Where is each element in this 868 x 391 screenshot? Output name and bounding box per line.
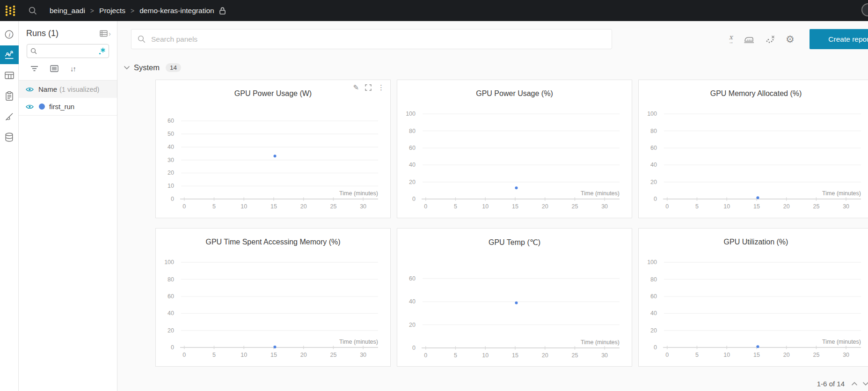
scatter-chart[interactable]: 020406080100051015202530Time (minutes) [639,100,868,217]
svg-text:20: 20 [300,203,307,210]
global-search-icon[interactable] [28,6,37,15]
smoothing-iron-icon[interactable] [744,35,755,44]
lock-icon [219,7,226,15]
svg-text:Time (minutes): Time (minutes) [822,339,861,345]
page-down-chevron-icon[interactable] [862,382,868,386]
svg-text:30: 30 [843,203,849,210]
page-up-chevron-icon[interactable] [851,382,858,386]
breadcrumb-separator: > [125,7,139,15]
chart-panel[interactable]: ✎ ⋮ GPU Temp (℃) 0204060051015202530Time… [397,228,632,367]
avatar[interactable] [861,3,868,16]
svg-text:20: 20 [409,179,416,185]
sort-icon[interactable]: ↓↑ [70,65,75,73]
svg-text:10: 10 [241,352,247,358]
breadcrumb-item[interactable]: demo-keras-integration [139,7,214,15]
svg-text:80: 80 [650,128,657,134]
visibility-eye-icon[interactable] [26,87,34,92]
panels-grid: ✎ ⋮ GPU Power Usage (W) 0102030405060051… [155,80,868,367]
svg-text:50: 50 [168,131,174,137]
svg-text:20: 20 [650,327,657,334]
left-icon-rail: i [0,21,19,391]
svg-text:15: 15 [512,203,518,210]
panel-title: GPU Time Spent Accessing Memory (%) [156,238,390,246]
svg-text:40: 40 [650,162,657,168]
panel-title: GPU Utilization (%) [639,238,868,246]
scatter-chart[interactable]: 020406080100051015202530Time (minutes) [639,248,868,365]
pagination: 1-6 of 14 [817,380,866,388]
svg-text:10: 10 [482,203,489,210]
svg-text:20: 20 [783,352,790,358]
svg-text:100: 100 [406,111,416,117]
wandb-logo-icon[interactable] [4,4,17,17]
section-collapse-chevron-icon[interactable] [124,66,130,70]
svg-text:0: 0 [412,196,416,202]
chart-panel[interactable]: ✎ ⋮ GPU Memory Allocated (%) 02040608010… [638,80,868,218]
filter-funnel-icon[interactable] [30,66,38,72]
svg-text:80: 80 [409,128,416,134]
run-row[interactable]: first_run [19,98,117,116]
breadcrumb-separator: > [85,7,99,15]
scatter-chart[interactable]: 0204060051015202530Time (minutes) [397,249,633,366]
breadcrumb-item[interactable]: Projects [99,7,125,15]
x-axis-settings-icon[interactable]: x → [729,34,733,44]
svg-text:Time (minutes): Time (minutes) [339,339,378,345]
svg-text:Time (minutes): Time (minutes) [581,339,620,346]
logs-clipboard-icon[interactable] [0,87,19,105]
svg-text:20: 20 [542,203,548,210]
scatter-chart[interactable]: 020406080100051015202530Time (minutes) [156,248,391,365]
chart-panel[interactable]: ✎ ⋮ GPU Time Spent Accessing Memory (%) … [155,228,391,367]
workspace-chart-icon[interactable] [0,45,19,64]
svg-text:15: 15 [512,352,518,359]
svg-text:20: 20 [783,203,790,210]
svg-text:10: 10 [723,352,730,358]
fullscreen-panel-icon[interactable] [365,84,372,91]
svg-text:Time (minutes): Time (minutes) [339,190,378,197]
chart-panel[interactable]: ✎ ⋮ GPU Power Usage (W) 0102030405060051… [155,80,391,218]
system-section-header: System 14 [124,63,181,72]
group-list-icon[interactable] [50,65,58,72]
expand-runs-table-icon[interactable]: › [100,30,111,37]
artifacts-database-icon[interactable] [0,128,19,147]
svg-text:0: 0 [412,345,416,351]
svg-text:40: 40 [168,144,174,150]
overview-info-icon[interactable]: i [0,25,19,44]
svg-text:5: 5 [212,352,216,358]
workspace-settings-gear-icon[interactable]: ⚙ [786,34,795,44]
runs-table-icon[interactable] [0,66,19,85]
search-panels-icon [138,35,146,43]
regex-toggle-icon[interactable] [99,47,106,55]
edit-panel-pencil-icon[interactable]: ✎ [353,84,359,91]
svg-text:5: 5 [695,203,699,210]
panel-menu-kebab-icon[interactable]: ⋮ [378,84,385,91]
svg-text:0: 0 [171,344,174,351]
sweeps-broom-icon[interactable] [0,107,19,126]
search-panels-input[interactable] [131,29,612,49]
runs-search-icon [30,48,37,54]
svg-text:60: 60 [168,293,174,300]
svg-text:5: 5 [454,352,457,359]
svg-text:10: 10 [723,203,730,210]
svg-text:0: 0 [182,352,186,358]
svg-text:25: 25 [571,352,578,359]
breadcrumb-item[interactable]: being_aadi [50,7,85,15]
svg-text:i: i [8,31,11,37]
svg-text:10: 10 [168,183,174,189]
svg-text:15: 15 [270,352,277,358]
svg-text:Time (minutes): Time (minutes) [581,190,620,197]
scatter-chart[interactable]: 0102030405060051015202530Time (minutes) [156,100,391,217]
create-report-button[interactable]: Create report [810,29,868,49]
svg-text:25: 25 [571,203,578,210]
svg-text:60: 60 [650,145,657,151]
svg-text:40: 40 [409,162,416,168]
chart-panel[interactable]: ✎ ⋮ GPU Power Usage (%) 0204060801000510… [397,80,632,218]
svg-text:0: 0 [654,196,657,202]
svg-text:30: 30 [360,203,366,210]
svg-text:60: 60 [409,275,416,282]
scatter-chart[interactable]: 020406080100051015202530Time (minutes) [397,100,633,217]
svg-text:40: 40 [168,310,174,317]
svg-text:5: 5 [454,203,457,210]
outliers-scatter-icon[interactable] [765,35,775,44]
run-visibility-eye-icon[interactable] [26,104,34,110]
chart-panel[interactable]: ✎ ⋮ GPU Utilization (%) 0204060801000510… [638,228,868,367]
runs-search-input[interactable] [27,44,109,58]
